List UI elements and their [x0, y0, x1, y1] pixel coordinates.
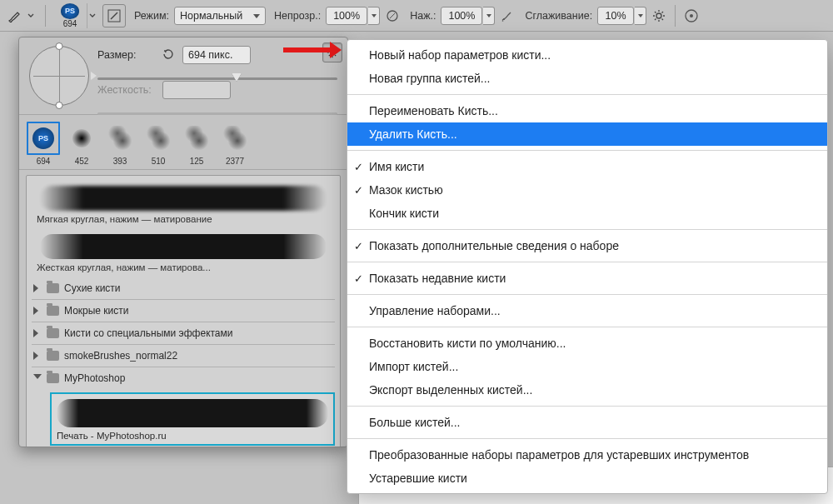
gear-icon[interactable]: [650, 7, 668, 25]
chevron-down-icon[interactable]: [87, 3, 97, 28]
svg-line-10: [662, 18, 664, 20]
menu-item[interactable]: Удалить Кисть...: [347, 122, 827, 146]
folder-name: Кисти со специальными эффектами: [64, 327, 233, 339]
blend-mode-select[interactable]: Нормальный: [174, 7, 266, 25]
menu-separator: [347, 327, 827, 327]
recent-brush-preset[interactable]: 125: [179, 122, 214, 166]
folder-icon: [47, 306, 59, 316]
chevron-right-icon[interactable]: [33, 284, 42, 292]
menu-item-label: Удалить Кисть...: [369, 126, 457, 142]
preset-size-label: 694: [37, 157, 51, 166]
svg-line-9: [655, 12, 656, 13]
recent-brush-preset[interactable]: PS694: [26, 122, 61, 166]
svg-point-4: [656, 13, 661, 18]
menu-item[interactable]: Управление наборами...: [347, 299, 827, 322]
menu-item[interactable]: ✓Показать дополнительные сведения о набо…: [347, 234, 827, 257]
chevron-down-icon[interactable]: [33, 374, 42, 382]
menu-item-label: Преобразованные наборы параметров для ус…: [369, 447, 749, 463]
chevron-right-icon[interactable]: [33, 329, 42, 337]
menu-item[interactable]: ✓Показать недавние кисти: [347, 267, 827, 290]
menu-item[interactable]: Восстановить кисти по умолчанию...: [347, 332, 827, 355]
menu-item[interactable]: Экспорт выделенных кистей...: [347, 378, 827, 402]
menu-item-label: Больше кистей...: [369, 414, 461, 431]
menu-item[interactable]: Больше кистей...: [347, 411, 827, 434]
brush-stroke-preview[interactable]: Мягкая круглая, нажим — матирование: [32, 181, 335, 229]
smoothing-label: Сглаживание:: [525, 10, 592, 22]
recent-brush-preset[interactable]: 2377: [217, 122, 252, 166]
brush-settings-toggle-icon[interactable]: [102, 4, 126, 27]
flow-value: 100%: [448, 10, 475, 22]
recent-brush-preset[interactable]: 510: [141, 122, 176, 166]
reset-size-icon[interactable]: [162, 48, 176, 62]
menu-item-label: Мазок кистью: [369, 182, 443, 198]
preset-size-label: 2377: [226, 157, 244, 166]
menu-separator: [347, 294, 827, 295]
size-input[interactable]: 694 пикс.: [182, 46, 251, 64]
menu-item[interactable]: Новая группа кистей...: [347, 67, 827, 90]
brush-folder-row[interactable]: Сухие кисти: [32, 277, 335, 299]
hardness-label: Жесткость:: [97, 84, 156, 96]
menu-separator: [347, 229, 827, 230]
brush-tool-icon[interactable]: [7, 8, 22, 23]
menu-item[interactable]: Переименовать Кисть...: [347, 99, 827, 122]
pressure-opacity-icon[interactable]: [383, 7, 402, 25]
selected-brush-item[interactable]: Печать - MyPhotoshop.ru: [50, 392, 335, 446]
recent-brush-preset[interactable]: 452: [64, 122, 99, 166]
smoothing-value: 10%: [606, 10, 626, 22]
folder-icon: [47, 283, 59, 293]
opacity-label: Непрозр.:: [274, 10, 321, 22]
preset-size-label: 125: [190, 157, 204, 166]
opacity-input[interactable]: 100%: [326, 7, 367, 25]
flow-label: Наж.:: [410, 10, 436, 22]
brush-folder-row[interactable]: MyPhotoshop: [32, 367, 335, 389]
brush-preset-picker[interactable]: PS 694: [52, 2, 99, 29]
brush-angle-widget[interactable]: [29, 46, 89, 106]
preset-size-label: 393: [113, 157, 127, 166]
menu-item[interactable]: Кончик кисти: [347, 202, 827, 225]
menu-separator: [347, 262, 827, 262]
menu-item[interactable]: ✓Имя кисти: [347, 155, 827, 178]
flow-input[interactable]: 100%: [441, 7, 482, 25]
menu-item[interactable]: Импорт кистей...: [347, 355, 827, 378]
divider: [45, 5, 46, 27]
opacity-value: 100%: [333, 10, 360, 22]
pressure-size-icon[interactable]: [682, 7, 701, 25]
size-label: Размер:: [97, 49, 156, 61]
smoothing-input[interactable]: 10%: [597, 7, 634, 25]
menu-item-label: Кончик кисти: [369, 205, 439, 222]
folder-icon: [47, 351, 59, 361]
brush-preset-size: 694: [63, 19, 77, 28]
check-icon: ✓: [354, 159, 363, 176]
preset-size-label: 510: [152, 157, 166, 166]
chevron-right-icon[interactable]: [33, 307, 42, 315]
opacity-dropdown[interactable]: [368, 7, 380, 25]
smoothing-dropdown[interactable]: [635, 7, 646, 25]
menu-item[interactable]: Новый набор параметров кисти...: [347, 43, 827, 67]
preset-size-label: 452: [75, 157, 89, 166]
tool-chevron-icon[interactable]: [23, 8, 38, 23]
brush-folder-row[interactable]: Мокрые кисти: [32, 299, 335, 322]
mode-label: Режим:: [134, 10, 169, 22]
menu-separator: [347, 94, 827, 95]
brush-stroke-preview[interactable]: Жесткая круглая, нажим — матирова...: [32, 229, 335, 277]
brush-folder-row[interactable]: smokeBrushes_normal22: [32, 344, 335, 367]
menu-item[interactable]: Преобразованные наборы параметров для ус…: [347, 443, 827, 467]
svg-point-3: [502, 20, 504, 22]
menu-item-label: Устаревшие кисти: [369, 470, 467, 487]
brush-list: Мягкая круглая, нажим — матирование Жест…: [19, 170, 347, 447]
recent-brush-preset[interactable]: 393: [102, 122, 137, 166]
tool-swatch-group: [7, 8, 38, 23]
menu-separator: [347, 406, 827, 407]
flow-dropdown[interactable]: [483, 7, 495, 25]
svg-line-12: [662, 12, 664, 13]
menu-item[interactable]: Устаревшие кисти: [347, 467, 827, 490]
options-bar: PS 694 Режим: Нормальный Непрозр.: 100% …: [0, 0, 833, 32]
chevron-right-icon[interactable]: [33, 352, 42, 360]
menu-item[interactable]: ✓Мазок кистью: [347, 178, 827, 202]
airbrush-icon[interactable]: [498, 7, 516, 25]
brush-folder-row[interactable]: Кисти со специальными эффектами: [32, 322, 335, 344]
folder-name: smokeBrushes_normal22: [64, 350, 177, 362]
menu-item-label: Управление наборами...: [369, 302, 501, 319]
brush-stroke-caption: Жесткая круглая, нажим — матирова...: [37, 262, 330, 272]
folder-name: MyPhotoshop: [64, 372, 125, 384]
